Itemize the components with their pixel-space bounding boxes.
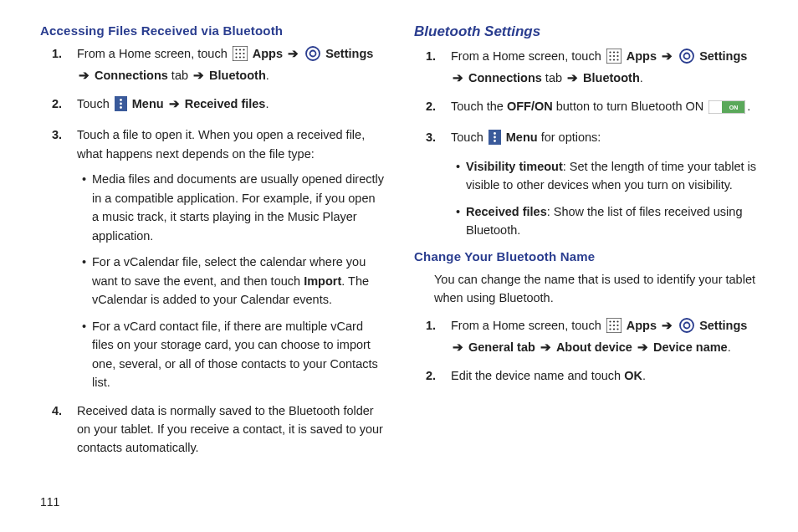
page-number: 111 (40, 495, 59, 509)
ok-label: OK (624, 369, 642, 382)
menu-icon (489, 130, 501, 150)
device-name-label: Device name (653, 340, 728, 354)
text: button to turn Bluetooth ON (553, 100, 708, 113)
right-bullets: Visibility timeout: Set the length of ti… (451, 157, 758, 240)
settings-label: Settings (699, 49, 747, 63)
arrow-icon: ➔ (451, 71, 465, 84)
arrow-icon: ➔ (636, 340, 650, 354)
bluetooth-label: Bluetooth (583, 71, 640, 84)
text: Touch (77, 97, 113, 110)
right-step-1: From a Home screen, touch Apps ➔ Setting… (451, 47, 758, 88)
right-step-3: Touch Menu for options: Visibility timeo… (451, 128, 758, 239)
left-bullets: Media files and documents are usually op… (77, 170, 384, 391)
menu-label: Menu (506, 130, 538, 144)
right-step-2: Touch the OFF/ON button to turn Bluetoot… (451, 97, 758, 119)
heading-change-name: Change Your Bluetooth Name (414, 249, 758, 263)
left-step-4: Received data is normally saved to the B… (77, 402, 384, 458)
text: From a Home screen, touch (451, 319, 605, 332)
arrow-icon: ➔ (286, 47, 300, 60)
arrow-icon: ➔ (539, 340, 553, 354)
apps-label: Apps (627, 49, 657, 63)
arrow-icon: ➔ (77, 69, 91, 82)
settings-icon (679, 318, 694, 338)
bullet-visibility: Visibility timeout: Set the length of ti… (456, 157, 758, 195)
left-step-1: From a Home screen, touch Apps ➔ Setting… (77, 44, 384, 85)
menu-icon (115, 96, 127, 116)
text: From a Home screen, touch (451, 49, 605, 63)
bullet-vcalendar: For a vCalendar file, select the calenda… (82, 253, 384, 309)
text: Touch (451, 130, 487, 144)
change-name-intro: You can change the name that is used to … (434, 270, 758, 308)
apps-label: Apps (253, 47, 283, 60)
left-step-3: Touch a file to open it. When you open a… (77, 125, 384, 391)
arrow-icon: ➔ (660, 319, 674, 332)
arrow-icon: ➔ (167, 97, 182, 110)
bullet-vcard: For a vCard contact file, if there are m… (82, 317, 384, 392)
on-toggle-icon (708, 100, 745, 119)
apps-icon (233, 46, 248, 66)
text: Touch the (451, 100, 507, 113)
right-steps-2: From a Home screen, touch Apps ➔ Setting… (414, 316, 758, 385)
text: for options: (538, 130, 601, 144)
left-step-2: Touch Menu ➔ Received files. (77, 95, 384, 116)
text: Touch a file to open it. When you open a… (77, 128, 365, 160)
arrow-icon: ➔ (565, 71, 580, 84)
settings-icon (305, 46, 320, 66)
bluetooth-label: Bluetooth (209, 69, 266, 82)
off-on-label: OFF/ON (507, 100, 553, 113)
text: tab (542, 71, 565, 84)
arrow-icon: ➔ (660, 49, 674, 63)
text: From a Home screen, touch (77, 47, 231, 60)
bullet-media: Media files and documents are usually op… (82, 170, 384, 245)
connections-label: Connections (468, 71, 542, 84)
arrow-icon: ➔ (192, 69, 206, 82)
settings-label: Settings (699, 319, 747, 332)
about-device-label: About device (556, 340, 632, 354)
change-step-2: Edit the device name and touch OK. (451, 366, 758, 385)
import-label: Import (304, 274, 341, 288)
visibility-label: Visibility timeout (466, 160, 563, 173)
received-files-label: Received files (185, 97, 266, 110)
arrow-icon: ➔ (451, 340, 465, 354)
text: Edit the device name and touch (451, 369, 624, 382)
general-tab-label: General tab (468, 340, 535, 354)
bullet-received: Received files: Show the list of files r… (456, 202, 758, 240)
apps-icon (606, 49, 622, 69)
apps-icon (606, 318, 622, 338)
right-column: Bluetooth Settings From a Home screen, t… (414, 23, 758, 467)
right-steps-1: From a Home screen, touch Apps ➔ Setting… (414, 47, 758, 240)
left-steps: From a Home screen, touch Apps ➔ Setting… (40, 44, 384, 458)
heading-bluetooth-settings: Bluetooth Settings (414, 23, 758, 40)
apps-label: Apps (627, 319, 657, 332)
heading-accessing-files: Accessing Files Received via Bluetooth (40, 23, 384, 38)
settings-icon (679, 49, 694, 69)
menu-label: Menu (132, 97, 164, 110)
page: Accessing Files Received via Bluetooth F… (0, 0, 798, 467)
settings-label: Settings (325, 47, 373, 60)
received-label: Received files (466, 205, 547, 218)
change-step-1: From a Home screen, touch Apps ➔ Setting… (451, 316, 758, 357)
text: tab (168, 69, 192, 82)
connections-label: Connections (95, 69, 168, 82)
left-column: Accessing Files Received via Bluetooth F… (40, 23, 384, 467)
